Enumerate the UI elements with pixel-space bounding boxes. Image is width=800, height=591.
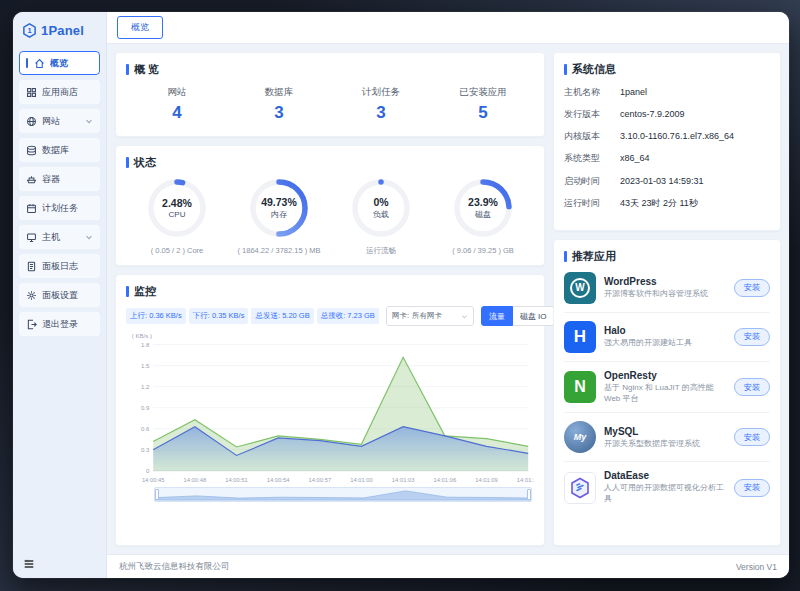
svg-text:14:00:54: 14:00:54 xyxy=(267,477,290,483)
sidebar-item-panel-logs[interactable]: 面板日志 xyxy=(19,254,100,278)
footer-version: Version V1 xyxy=(736,562,777,572)
gauge-cpu: 2.48% CPU ( 0.05 / 2 ) Core xyxy=(126,177,228,256)
stat-label: 已安装应用 xyxy=(432,86,534,99)
overview-card-title: 概 览 xyxy=(126,62,534,77)
app-row-mysql[interactable]: My MySQL 开源关系型数据库管理系统 安装 xyxy=(564,413,770,462)
tab-overview[interactable]: 概览 xyxy=(117,16,163,39)
datazoom-slider[interactable] xyxy=(154,487,532,502)
upload-chip: 上行: 0.36 KB/s xyxy=(126,308,186,324)
sidebar-item-panel-settings[interactable]: 面板设置 xyxy=(19,283,100,307)
system-info-rows: 主机名称 1panel 发行版本 centos-7.9.2009 内核版本 3.… xyxy=(564,86,770,221)
footer: 杭州飞致云信息科技有限公司 Version V1 xyxy=(107,554,789,578)
datazoom-right-handle[interactable] xyxy=(527,489,531,500)
app-row-halo[interactable]: H Halo 强大易用的开源建站工具 安装 xyxy=(564,313,770,362)
sidebar-item-database[interactable]: 数据库 xyxy=(19,138,100,162)
log-file-icon xyxy=(26,261,37,272)
app-row-openresty[interactable]: N OpenResty 基于 Nginx 和 LuaJIT 的高性能 Web 平… xyxy=(564,362,770,414)
active-marker xyxy=(26,58,28,68)
system-info-card: 系统信息 主机名称 1panel 发行版本 centos-7.9.2009 内核… xyxy=(553,52,781,231)
svg-text:14:01:03: 14:01:03 xyxy=(392,477,415,483)
nic-select[interactable]: 网卡: 所有网卡 xyxy=(386,306,474,326)
gauge-disk: 23.9% 磁盘 ( 9.06 / 39.25 ) GB xyxy=(432,177,534,256)
container-ship-icon xyxy=(26,174,37,185)
system-info-title: 系统信息 xyxy=(564,62,770,77)
stat-label: 数据库 xyxy=(228,86,330,99)
card-title-text: 概 览 xyxy=(134,62,159,77)
stat-value: 3 xyxy=(228,103,330,123)
gauge-label: 内存 xyxy=(271,209,287,220)
svg-text:0.6: 0.6 xyxy=(141,426,150,432)
sidebar-item-container[interactable]: 容器 xyxy=(19,167,100,191)
sidebar-nav: 概览 应用商店 网站 数据库 容器 计划任务 xyxy=(13,48,106,550)
sidebar-item-host[interactable]: 主机 xyxy=(19,225,100,249)
svg-text:14:00:48: 14:00:48 xyxy=(184,477,207,483)
collapse-menu-icon xyxy=(23,558,35,570)
gauge-memory: 49.73% 内存 ( 1864.22 / 3782.15 ) MB xyxy=(228,177,330,256)
content: 概 览 网站 4 数据库 3 计划任务 3 xyxy=(107,44,789,554)
sidebar-item-label: 计划任务 xyxy=(42,202,78,215)
monitor-icon xyxy=(26,232,37,243)
app-row-wordpress[interactable]: W WordPress 开源博客软件和内容管理系统 安装 xyxy=(564,264,770,313)
sidebar-collapse-button[interactable] xyxy=(13,550,106,578)
sidebar-item-logout[interactable]: 退出登录 xyxy=(19,312,100,336)
sidebar-item-label: 容器 xyxy=(42,173,60,186)
chart-svg: 00.30.60.91.21.51.8( KB/s )14:00:4514:00… xyxy=(126,331,534,484)
title-accent-bar xyxy=(126,64,129,75)
sidebar-item-website[interactable]: 网站 xyxy=(19,109,100,133)
traffic-view-button[interactable]: 流量 xyxy=(481,306,513,326)
right-column: 系统信息 主机名称 1panel 发行版本 centos-7.9.2009 内核… xyxy=(553,52,781,546)
download-chip: 下行: 0.35 KB/s xyxy=(189,308,249,324)
install-dataease-button[interactable]: 安装 xyxy=(734,479,770,497)
database-icon xyxy=(26,145,37,156)
gauge-label: 负载 xyxy=(373,209,389,220)
chevron-down-icon xyxy=(461,313,468,320)
recommended-apps-title: 推荐应用 xyxy=(564,249,770,264)
install-openresty-button[interactable]: 安装 xyxy=(734,378,770,396)
sidebar-item-label: 主机 xyxy=(42,231,60,244)
gauge-ring: 2.48% CPU xyxy=(146,177,208,239)
stat-databases[interactable]: 数据库 3 xyxy=(228,86,330,123)
install-mysql-button[interactable]: 安装 xyxy=(734,428,770,446)
install-halo-button[interactable]: 安装 xyxy=(734,328,770,346)
stat-label: 计划任务 xyxy=(330,86,432,99)
sidebar-item-overview[interactable]: 概览 xyxy=(19,51,100,75)
svg-text:1: 1 xyxy=(27,26,31,35)
disk-io-view-button[interactable]: 磁盘 IO xyxy=(513,306,555,326)
gauge-detail: ( 0.05 / 2 ) Core xyxy=(151,246,204,255)
title-accent-bar xyxy=(564,64,567,75)
card-title-text: 状态 xyxy=(134,155,156,170)
stat-websites[interactable]: 网站 4 xyxy=(126,86,228,123)
install-wordpress-button[interactable]: 安装 xyxy=(734,279,770,297)
stat-installed-apps[interactable]: 已安装应用 5 xyxy=(432,86,534,123)
chevron-down-icon xyxy=(85,117,93,125)
gauge-label: CPU xyxy=(169,210,186,219)
recommended-apps-card: 推荐应用 W WordPress 开源博客软件和内容管理系统 安装 H H xyxy=(553,239,781,546)
gauge-ring: 49.73% 内存 xyxy=(248,177,310,239)
app-window: 1 1Panel 概览 应用商店 网站 数据库 xyxy=(13,12,789,578)
svg-text:14:01:06: 14:01:06 xyxy=(434,477,457,483)
title-accent-bar xyxy=(126,286,129,297)
dataease-icon xyxy=(564,472,596,504)
wordpress-icon: W xyxy=(564,272,596,304)
left-column: 概 览 网站 4 数据库 3 计划任务 3 xyxy=(115,52,545,546)
app-desc: 开源博客软件和内容管理系统 xyxy=(604,289,726,300)
sidebar-item-app-store[interactable]: 应用商店 xyxy=(19,80,100,104)
app-row-dataease[interactable]: DataEase 人人可用的开源数据可视化分析工具 安装 xyxy=(564,462,770,513)
sys-row-distro: 发行版本 centos-7.9.2009 xyxy=(564,108,770,120)
overview-card: 概 览 网站 4 数据库 3 计划任务 3 xyxy=(115,52,545,137)
svg-text:0.9: 0.9 xyxy=(141,405,150,411)
datazoom-left-handle[interactable] xyxy=(155,489,159,500)
stat-cronjobs[interactable]: 计划任务 3 xyxy=(330,86,432,123)
sidebar-item-label: 退出登录 xyxy=(42,318,78,331)
sidebar-item-cronjob[interactable]: 计划任务 xyxy=(19,196,100,220)
title-accent-bar xyxy=(126,157,129,168)
gauge-ring: 0% 负载 xyxy=(350,177,412,239)
home-icon xyxy=(34,58,45,69)
total-received-chip: 总接收: 7.23 GB xyxy=(317,308,379,324)
monitor-card-title: 监控 xyxy=(126,284,534,299)
sys-row-boot-time: 启动时间 2023-01-03 14:59:31 xyxy=(564,175,770,187)
status-card-title: 状态 xyxy=(126,155,534,170)
topbar: 概览 xyxy=(107,12,789,44)
sidebar-item-label: 数据库 xyxy=(42,144,69,157)
svg-text:14:01:12: 14:01:12 xyxy=(517,477,534,483)
